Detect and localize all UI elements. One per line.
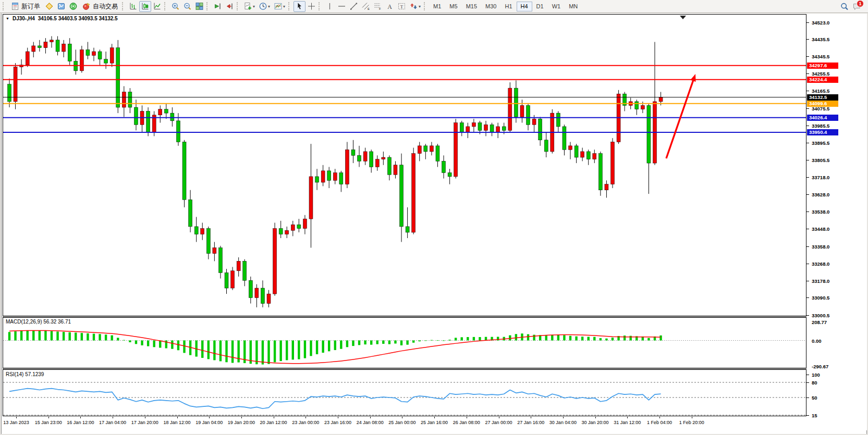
horizontal-line-icon — [337, 2, 346, 10]
fibonacci-icon: F — [373, 2, 382, 10]
toolbar-grip[interactable] — [237, 2, 240, 10]
text-tool-button[interactable]: A — [384, 1, 396, 12]
time-tick-mark — [48, 417, 49, 418]
candlestick-chart-button[interactable] — [139, 1, 151, 12]
price-tick-label: 33538.0 — [812, 209, 829, 215]
main-price-chart[interactable] — [3, 14, 806, 316]
price-tick-mark — [806, 297, 809, 298]
macd-histogram-bar — [213, 341, 215, 361]
time-axis-label: 17 Jan 20:00 — [127, 420, 163, 425]
candle-body — [14, 67, 17, 102]
macd-histogram-bar — [394, 341, 396, 344]
rsi-axis-label: 15 — [812, 413, 817, 418]
bar-chart-button[interactable] — [127, 1, 139, 12]
trendline-icon — [349, 2, 358, 10]
templates-button[interactable]: ▾ — [272, 1, 287, 12]
collapse-triangle-icon[interactable]: ▼ — [6, 17, 9, 20]
line-chart-button[interactable] — [151, 1, 163, 12]
timeframe-m5-button[interactable]: M5 — [445, 2, 461, 11]
periods-button[interactable]: ▾ — [257, 1, 272, 12]
macd-histogram-bar — [8, 332, 10, 340]
macd-histogram-bar — [99, 334, 101, 340]
chart-shift-marker-icon[interactable] — [680, 16, 686, 19]
candle-body — [86, 49, 90, 55]
equidistant-channel-icon: E — [361, 2, 370, 10]
macd-histogram-bar — [575, 337, 577, 341]
macd-histogram-bar — [424, 341, 426, 341]
bar-chart-icon — [129, 2, 138, 10]
chart-shift-button[interactable] — [224, 1, 236, 12]
time-axis-label: 1 Feb 04:00 — [641, 420, 678, 425]
toolbar-grip[interactable] — [3, 2, 6, 10]
macd-histogram-bar — [56, 331, 58, 340]
timeframe-d1-button[interactable]: D1 — [532, 2, 548, 11]
macd-histogram-bar — [27, 330, 29, 340]
price-axis[interactable]: 34523.034435.534345.534255.534165.534075… — [806, 14, 867, 430]
timeframe-m30-button[interactable]: M30 — [481, 2, 500, 11]
time-axis-label: 25 Jan 16:00 — [416, 420, 453, 425]
macd-histogram-bar — [388, 341, 390, 344]
price-tick-mark — [806, 22, 809, 23]
rsi-tick-mark — [806, 375, 809, 375]
market-watch-button[interactable] — [43, 1, 55, 12]
toolbar-grip[interactable] — [206, 2, 210, 10]
macd-panel[interactable] — [3, 317, 806, 368]
zoom-in-button[interactable] — [169, 1, 181, 12]
timeframe-mn-button[interactable]: MN — [565, 2, 582, 11]
toolbar-grip[interactable] — [288, 2, 291, 10]
candle-body — [436, 146, 439, 161]
horizontal-line-tool-button[interactable] — [336, 1, 348, 12]
candle-body — [170, 113, 174, 121]
macd-histogram-bar — [267, 341, 270, 364]
time-axis[interactable]: 13 Jan 202315 Jan 23:0016 Jan 12:0017 Ja… — [3, 417, 805, 429]
macd-histogram-bar — [358, 341, 360, 345]
chart-header[interactable]: ▼ DJ30-,H4 34106.5 34403.5 34093.5 34132… — [6, 16, 118, 21]
toolbar-grip[interactable] — [164, 2, 167, 10]
toolbar-grip[interactable] — [424, 2, 427, 10]
periods-dropdown-caret: ▾ — [268, 4, 270, 9]
data-window-button[interactable] — [55, 1, 67, 12]
time-axis-label: 23 Jan 00:00 — [287, 420, 324, 425]
notifications-button[interactable]: 1 — [851, 1, 863, 12]
auto-scroll-button[interactable] — [212, 1, 224, 12]
candle-body — [176, 121, 180, 142]
price-tick-mark — [806, 264, 809, 264]
cursor-button[interactable] — [294, 1, 305, 12]
toolbar-grip[interactable] — [122, 2, 125, 10]
macd-histogram-bar — [545, 335, 547, 340]
crosshair-button[interactable] — [305, 1, 317, 12]
timeframe-m1-button[interactable]: M1 — [429, 2, 445, 11]
tile-windows-icon — [195, 2, 204, 10]
timeframe-h1-button[interactable]: H1 — [500, 2, 516, 11]
search-button[interactable] — [838, 1, 851, 12]
text-label-tool-button[interactable]: T — [396, 1, 408, 12]
macd-histogram-bar — [569, 336, 571, 341]
zoom-out-button[interactable] — [181, 1, 193, 12]
timeframe-m15-button[interactable]: M15 — [462, 2, 481, 11]
candle-body — [448, 173, 451, 177]
timeframe-h4-button[interactable]: H4 — [517, 2, 532, 11]
price-tick-label: 33000.5 — [812, 313, 829, 318]
arrows-tool-button[interactable]: ▾ — [408, 1, 423, 12]
time-tick-mark — [241, 417, 242, 418]
candle-body — [231, 271, 235, 288]
fibonacci-tool-button[interactable]: F — [372, 1, 384, 12]
timeframe-w1-button[interactable]: W1 — [548, 2, 565, 11]
rsi-panel[interactable] — [3, 369, 806, 416]
indicators-button[interactable]: ▾ — [242, 1, 257, 12]
candle-body — [375, 159, 379, 167]
candle-body — [496, 127, 500, 132]
toolbar-grip[interactable] — [319, 2, 322, 10]
macd-histogram-bar — [370, 341, 372, 345]
zoom-out-icon — [183, 2, 192, 10]
signals-button[interactable] — [67, 1, 79, 12]
auto-trading-button[interactable]: 自动交易 — [79, 1, 121, 12]
new-order-button[interactable]: 新订单 — [8, 1, 43, 12]
trendline-tool-button[interactable] — [348, 1, 360, 12]
tile-windows-button[interactable] — [193, 1, 205, 12]
channel-tool-button[interactable]: E — [360, 1, 372, 12]
candle-body — [122, 92, 126, 108]
vertical-line-tool-button[interactable] — [324, 1, 336, 12]
candle-body — [291, 225, 295, 230]
price-tick-label: 34523.0 — [812, 20, 829, 26]
